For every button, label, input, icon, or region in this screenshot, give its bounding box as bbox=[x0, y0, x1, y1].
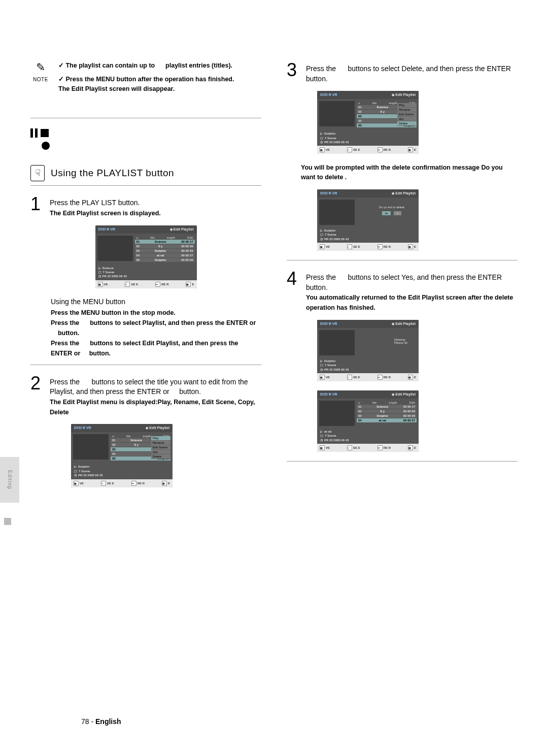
menu-item-copy[interactable]: opy bbox=[151, 450, 170, 454]
step-body: Press the PLAY LIST button. The Edit Pla… bbox=[50, 195, 161, 218]
side-marker bbox=[4, 518, 11, 525]
yes-button[interactable]: es bbox=[382, 211, 391, 215]
osd-mode: DVD R VR bbox=[98, 227, 115, 232]
divider bbox=[30, 118, 261, 118]
osd-wait-dialog: Deleting Please ait bbox=[390, 335, 412, 347]
osd-screen-3: DVD R VR ◆ Edit Playlist o itle ength Ed… bbox=[317, 91, 419, 154]
menu-item-editscene[interactable]: Edit Scene bbox=[397, 112, 417, 116]
osd-screen-6: DVD R VR ◆ Edit Playlist o itle ength Ed… bbox=[317, 390, 419, 452]
prompt-text: You will be prompted with the delete con… bbox=[301, 163, 518, 182]
hand-icon: ☟ bbox=[30, 165, 45, 181]
no-button[interactable]: o bbox=[394, 211, 401, 215]
osd-popup-menu: Play Rename Edit Scene opy Delete bbox=[397, 103, 417, 126]
step2-c: button. bbox=[179, 387, 201, 396]
list-item[interactable]: 05Dolphin00 00 06 bbox=[135, 258, 195, 262]
note-line3: The Edit Playlist screen will disappear. bbox=[58, 85, 175, 92]
menu-subheading: Using the MENU button bbox=[51, 298, 261, 306]
menu-item-rename[interactable]: Rename bbox=[397, 108, 417, 112]
osd-info: ▷ Science ▢ 7 Scene ◔ PR 23 2005 06 43 bbox=[95, 265, 197, 280]
list-item[interactable]: 04at ral00 00 27 bbox=[135, 253, 195, 257]
list-item[interactable]: 03Dolphin00 00 06 bbox=[135, 249, 195, 253]
osd-title: ◆ Edit Playlist bbox=[392, 93, 416, 97]
list-item[interactable]: 04at ral00 00 27 bbox=[357, 418, 417, 422]
menu-item-play[interactable]: Play bbox=[397, 103, 417, 107]
record-icon bbox=[42, 142, 50, 150]
right-column: 3 Press the buttons to select Delete, an… bbox=[287, 61, 518, 497]
osd-screen-5: DVD R VR ◆ Edit Playlist ▷ Dolphin ▢ 7 S… bbox=[317, 320, 419, 381]
osd-footer: ▦VE ✓SE E ↩RE R ▣E bbox=[317, 243, 419, 251]
menu-item-delete[interactable]: Delete bbox=[151, 454, 170, 458]
page-footer: 78 - English bbox=[81, 717, 121, 726]
step2-a: Press the bbox=[50, 378, 80, 386]
osd-list: o itle ength Edit 01Science00 00 17 02S … bbox=[357, 401, 417, 426]
step3-a: Press the bbox=[306, 64, 336, 73]
note-block: ✎ NOTE ✓ The playlist can contain up to … bbox=[30, 61, 261, 97]
osd-title: ◆ Edit Playlist bbox=[392, 322, 416, 326]
step-3: 3 Press the buttons to select Delete, an… bbox=[287, 61, 518, 84]
step-number: 4 bbox=[287, 270, 301, 313]
note-label: NOTE bbox=[33, 77, 48, 82]
osd-title: ◆ Edit Playlist bbox=[392, 392, 416, 397]
list-item[interactable]: 03Dolphin00 00 06 bbox=[357, 414, 417, 418]
osd-preview bbox=[319, 101, 355, 126]
osd-info: ▷ Dolphin ▢ 7 Scene ◔ PR 23 2005 06 43 bbox=[317, 227, 419, 243]
step2-b: buttons to select the title you want to … bbox=[50, 378, 248, 396]
list-item[interactable]: 01Science00 00 17 bbox=[357, 405, 417, 409]
step1-bold: The Edit Playlist screen is displayed. bbox=[50, 210, 161, 217]
step-body: Press the buttons to select Yes, and the… bbox=[306, 270, 518, 313]
osd-mode: DVD R VR bbox=[320, 93, 337, 97]
menu-item-delete[interactable]: Delete bbox=[397, 121, 417, 125]
col-title: itle bbox=[150, 236, 155, 239]
osd-footer: ▦VE ✓SE E ↩RE R ▣E bbox=[71, 479, 173, 487]
pause-icon bbox=[30, 128, 38, 138]
menu-item-rename[interactable]: Rename bbox=[151, 441, 170, 445]
osd-preview bbox=[319, 200, 355, 225]
bullet-icon: ✓ bbox=[58, 62, 65, 69]
step-1: 1 Press the PLAY LIST button. The Edit P… bbox=[30, 195, 261, 218]
page-language: English bbox=[95, 717, 121, 726]
divider bbox=[287, 461, 518, 462]
step-4: 4 Press the buttons to select Yes, and t… bbox=[287, 270, 518, 313]
osd-preview bbox=[319, 330, 355, 355]
note-icon-box: ✎ NOTE bbox=[30, 61, 51, 83]
col-edit: Edit bbox=[187, 236, 193, 239]
step-number: 3 bbox=[287, 61, 301, 84]
section-heading: Using the PLAYLIST button bbox=[51, 168, 174, 179]
osd-footer: ▦VE ✓SE E ↩RE R ▣E bbox=[317, 146, 419, 154]
step-body: Press the buttons to select the title yo… bbox=[50, 374, 261, 417]
osd-mode: DVD R VR bbox=[320, 191, 337, 195]
note-line2: Press the MENU button after the operatio… bbox=[65, 76, 234, 83]
note-line1a: The playlist can contain up to bbox=[65, 62, 155, 69]
step4-bold: You automatically returned to the Edit P… bbox=[306, 294, 513, 311]
list-item[interactable]: 01Science00 00 17 bbox=[135, 240, 195, 244]
osd-list: o itle ength Edit 01Science00 00 17 02S … bbox=[135, 236, 195, 262]
osd-mode: DVD R VR bbox=[320, 392, 337, 397]
osd-footer: ▦VE ✓SE E ↩RE R ▣E bbox=[317, 373, 419, 381]
step-number: 1 bbox=[30, 195, 45, 218]
list-item[interactable]: 02S y00 00 06 bbox=[357, 409, 417, 413]
osd-footer: ▦VE ✓SE E ↩RE R ▣E bbox=[317, 444, 419, 452]
osd-title: ◆ Edit Playlist bbox=[170, 227, 194, 232]
menu-sub-text: Press the MENU button in the stop mode. … bbox=[51, 308, 261, 358]
osd-preview bbox=[319, 401, 355, 426]
dialog-message: Do yo ant to delete bbox=[372, 206, 412, 209]
menu-item-editscene[interactable]: Edit Scene bbox=[151, 445, 170, 449]
page-number: 78 - bbox=[81, 717, 93, 726]
step4-a: Press the bbox=[306, 273, 336, 281]
osd-title: ◆ Edit Playlist bbox=[146, 426, 169, 430]
side-tab: Editing bbox=[0, 457, 19, 503]
osd-screen-1: DVD R VR ◆ Edit Playlist o itle ength Ed… bbox=[95, 225, 197, 288]
menu-item-copy[interactable]: opy bbox=[397, 117, 417, 121]
osd-confirm-dialog: Do yo ant to delete es o bbox=[369, 203, 415, 218]
section-heading-row: ☟ Using the PLAYLIST button bbox=[30, 165, 261, 186]
wait-line2: Please ait bbox=[394, 341, 407, 344]
col-len: ength bbox=[167, 236, 175, 239]
two-column-layout: ✎ NOTE ✓ The playlist can contain up to … bbox=[30, 61, 518, 497]
step-number: 2 bbox=[30, 374, 45, 417]
note-text: ✓ The playlist can contain up to playlis… bbox=[58, 61, 234, 97]
menu-item-play[interactable]: Play bbox=[151, 436, 170, 440]
osd-mode: DVD R VR bbox=[74, 426, 91, 430]
list-item[interactable]: 02S y00 00 06 bbox=[135, 244, 195, 248]
osd-preview bbox=[73, 434, 109, 459]
step2-bold: The Edit Playlist menu is displayed:Play… bbox=[50, 399, 255, 416]
